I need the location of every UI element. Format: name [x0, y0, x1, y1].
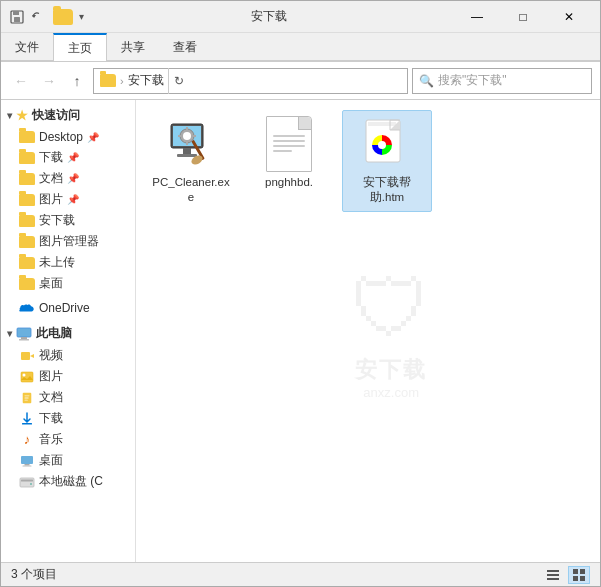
watermark-text: 安下载	[351, 355, 431, 385]
file-item-generic[interactable]: pnghhbd.	[244, 110, 334, 212]
sidebar-item-dl2[interactable]: 下载	[1, 408, 135, 429]
sidebar-section-onedrive: OneDrive	[1, 298, 135, 318]
sidebar-item-download[interactable]: 下载 📌	[1, 147, 135, 168]
up-button[interactable]: ↑	[65, 69, 89, 93]
sidebar-desktop2-label: 桌面	[39, 275, 63, 292]
sidebar-quick-access-header[interactable]: ▾ ★ 快速访问	[1, 104, 135, 127]
doc-folder-icon	[19, 172, 35, 186]
svg-rect-43	[580, 569, 585, 574]
statusbar-right	[542, 566, 590, 584]
document-label: 文档	[39, 389, 63, 406]
watermark: 🛡 安下载 anxz.com	[351, 263, 431, 400]
onedrive-label: OneDrive	[39, 301, 90, 315]
anxz-folder-icon	[19, 214, 35, 228]
music-label: 音乐	[39, 431, 63, 448]
svg-rect-17	[25, 464, 30, 466]
doc-pin: 📌	[67, 173, 79, 184]
sidebar-pc-header[interactable]: ▾ 此电脑	[1, 322, 135, 345]
sidebar-item-picture[interactable]: 图片	[1, 366, 135, 387]
file-item-htm[interactable]: 安下载帮助.htm	[342, 110, 432, 212]
sidebar-item-document[interactable]: 文档	[1, 387, 135, 408]
watermark-shield-icon: 🛡	[351, 263, 431, 355]
main-area: ▾ ★ 快速访问 Desktop 📌 下载 📌 文档 📌	[1, 100, 600, 562]
file-item-exe[interactable]: PC_Cleaner.exe	[146, 110, 236, 212]
onedrive-icon	[19, 301, 35, 315]
svg-rect-39	[547, 570, 559, 572]
sidebar-desktop-label: Desktop	[39, 130, 83, 144]
imgmgr-folder-icon	[19, 235, 35, 249]
svg-point-21	[30, 483, 32, 485]
sidebar-doc-label: 文档	[39, 170, 63, 187]
svg-rect-32	[178, 135, 181, 137]
tab-home[interactable]: 主页	[53, 33, 107, 61]
svg-rect-25	[177, 154, 197, 157]
tab-share[interactable]: 共享	[107, 33, 159, 61]
titlebar-icons: ▾	[9, 9, 84, 25]
svg-rect-12	[24, 395, 29, 396]
pc-label: 此电脑	[36, 325, 72, 342]
forward-button[interactable]: →	[37, 69, 61, 93]
svg-rect-2	[14, 17, 20, 22]
desktop-folder-icon	[19, 130, 35, 144]
sidebar-item-onedrive[interactable]: OneDrive	[1, 298, 135, 318]
minimize-button[interactable]: —	[454, 1, 500, 33]
undo-icon[interactable]	[29, 9, 45, 25]
svg-rect-24	[183, 148, 191, 154]
generic-file-label: pnghhbd.	[265, 175, 313, 190]
svg-rect-14	[24, 399, 27, 400]
pc-arrow: ▾	[7, 328, 12, 339]
svg-rect-20	[21, 479, 33, 481]
maximize-button[interactable]: □	[500, 1, 546, 33]
sidebar-item-drive-c[interactable]: 本地磁盘 (C	[1, 471, 135, 492]
svg-rect-42	[573, 569, 578, 574]
svg-marker-8	[30, 354, 34, 358]
desktop3-label: 桌面	[39, 452, 63, 469]
picture-folder-icon	[19, 370, 35, 384]
search-placeholder: 搜索"安下载"	[438, 72, 585, 89]
svg-rect-30	[186, 127, 188, 130]
svg-rect-31	[186, 142, 188, 145]
desktop-pin: 📌	[87, 132, 99, 143]
save-icon[interactable]	[9, 9, 25, 25]
address-separator: ›	[120, 75, 124, 87]
sidebar-item-imgmgr[interactable]: 图片管理器	[1, 231, 135, 252]
svg-rect-13	[24, 397, 28, 398]
close-button[interactable]: ✕	[546, 1, 592, 33]
pic-pin: 📌	[67, 194, 79, 205]
sidebar-download-label: 下载	[39, 149, 63, 166]
sidebar-item-desktop3[interactable]: 桌面	[1, 450, 135, 471]
tab-file[interactable]: 文件	[1, 33, 53, 61]
grid-view-button[interactable]	[568, 566, 590, 584]
download-icon	[19, 412, 35, 426]
desktop2-folder-icon	[19, 277, 35, 291]
sidebar-item-desktop2[interactable]: 桌面	[1, 273, 135, 294]
sidebar-item-desktop[interactable]: Desktop 📌	[1, 127, 135, 147]
tab-view[interactable]: 查看	[159, 33, 211, 61]
sidebar-item-anxz[interactable]: 安下载	[1, 210, 135, 231]
sidebar-item-pic[interactable]: 图片 📌	[1, 189, 135, 210]
svg-rect-44	[573, 576, 578, 581]
search-box[interactable]: 🔍 搜索"安下载"	[412, 68, 592, 94]
watermark-url: anxz.com	[351, 385, 431, 400]
svg-point-10	[23, 373, 26, 376]
htm-file-icon	[357, 117, 417, 171]
sidebar-item-video[interactable]: 视频	[1, 345, 135, 366]
svg-point-37	[378, 141, 386, 149]
svg-rect-5	[21, 337, 27, 339]
statusbar-left: 3 个项目	[11, 566, 57, 583]
sidebar-item-music[interactable]: ♪ 音乐	[1, 429, 135, 450]
sidebar-item-doc[interactable]: 文档 📌	[1, 168, 135, 189]
quick-access-star-icon: ★	[16, 108, 28, 123]
list-view-button[interactable]	[542, 566, 564, 584]
back-button[interactable]: ←	[9, 69, 33, 93]
file-grid: PC_Cleaner.exe p	[146, 110, 590, 212]
address-refresh-button[interactable]: ↻	[168, 68, 190, 94]
pc-icon	[16, 327, 32, 341]
window-controls: — □ ✕	[454, 1, 592, 33]
sidebar-item-notup[interactable]: 未上传	[1, 252, 135, 273]
address-box[interactable]: › 安下载 ↻	[93, 68, 408, 94]
svg-rect-45	[580, 576, 585, 581]
file-content: 🛡 安下载 anxz.com	[136, 100, 600, 562]
sidebar-anxz-label: 安下载	[39, 212, 75, 229]
item-count: 3 个项目	[11, 566, 57, 583]
